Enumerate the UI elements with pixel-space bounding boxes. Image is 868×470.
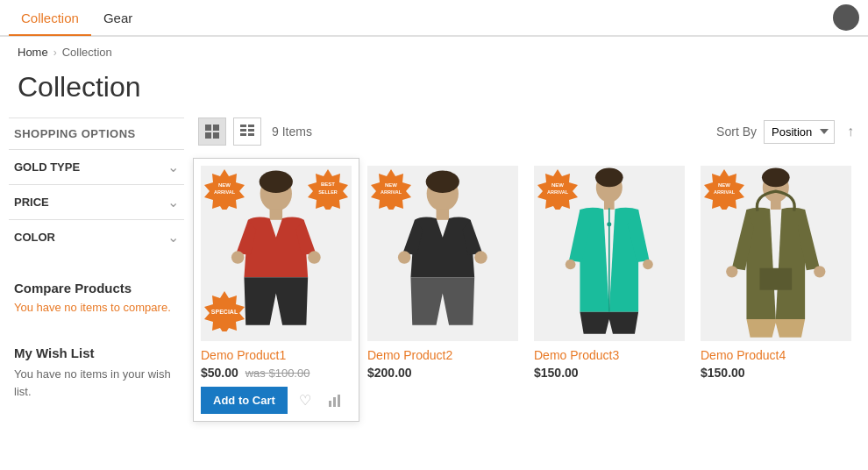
filter-price-chevron: ⌄	[167, 194, 179, 210]
svg-rect-5	[248, 125, 254, 127]
badge-new-arrival-1: NEW ARRIVAL	[204, 169, 245, 212]
list-view-button[interactable]	[233, 118, 261, 146]
svg-rect-8	[240, 133, 246, 136]
svg-rect-9	[248, 133, 254, 136]
sort-select[interactable]: Position Name Price	[764, 120, 835, 144]
product-name-1: Demo Product1	[201, 348, 352, 362]
product-card-2[interactable]: NEW ARRIVAL	[359, 158, 526, 422]
breadcrumb-separator: ›	[53, 46, 57, 59]
items-count: 9 Items	[272, 125, 709, 139]
product-card-3[interactable]: NEW ARRIVAL	[526, 158, 693, 422]
product-card-4[interactable]: NEW ARRIVAL	[693, 158, 859, 422]
svg-text:ARRIVAL: ARRIVAL	[214, 189, 236, 195]
svg-point-50	[814, 266, 825, 277]
svg-rect-6	[240, 129, 246, 132]
shopping-options-title: Shopping Options	[9, 118, 184, 149]
svg-point-51	[762, 168, 790, 188]
svg-text:BEST: BEST	[321, 182, 335, 187]
svg-text:ARRIVAL: ARRIVAL	[547, 189, 569, 195]
filter-color[interactable]: COLOR ⌄	[9, 219, 184, 254]
wishlist-button-1[interactable]: ♡	[293, 388, 317, 413]
badge-new-arrival-2: NEW ARRIVAL	[371, 169, 411, 212]
main-content: 9 Items Sort By Position Name Price ↑ NE…	[193, 118, 859, 431]
product-image-wrap-2: NEW ARRIVAL	[367, 166, 518, 341]
product-grid: NEW ARRIVAL BEST SELLER	[193, 158, 859, 431]
svg-rect-7	[248, 129, 254, 132]
product-image-wrap-1: NEW ARRIVAL BEST SELLER	[201, 166, 352, 341]
product-card-1[interactable]: NEW ARRIVAL BEST SELLER	[193, 158, 359, 422]
compare-icon-1	[328, 394, 342, 408]
wishlist-empty-msg: You have no items in your wish list.	[14, 366, 179, 400]
svg-point-49	[726, 266, 737, 277]
breadcrumb-home[interactable]: Home	[18, 46, 48, 59]
product-price-1: $50.00 was $100.00	[201, 366, 352, 380]
product-name-3: Demo Product3	[534, 348, 685, 362]
svg-text:ARRIVAL: ARRIVAL	[381, 189, 402, 195]
svg-rect-25	[338, 395, 340, 407]
product-current-price-1: $50.00	[201, 366, 238, 380]
svg-point-42	[643, 260, 653, 270]
badge-new-arrival-4: NEW ARRIVAL	[704, 169, 744, 212]
sort-direction-icon[interactable]: ↑	[842, 123, 859, 140]
user-avatar[interactable]	[833, 4, 859, 31]
wishlist-title: My Wish List	[14, 345, 179, 360]
svg-point-18	[231, 251, 245, 264]
product-name-2: Demo Product2	[367, 348, 518, 362]
sidebar: Shopping Options GOLD TYPE ⌄ PRICE ⌄ COL…	[9, 118, 193, 431]
product-current-price-4: $150.00	[701, 366, 745, 380]
product-actions-1: Add to Cart ♡	[201, 387, 352, 414]
product-name-4: Demo Product4	[701, 348, 851, 362]
add-to-cart-button-1[interactable]: Add to Cart	[201, 387, 288, 414]
svg-point-32	[474, 251, 487, 264]
badge-new-arrival-3: NEW ARRIVAL	[537, 169, 578, 212]
svg-text:NEW: NEW	[218, 182, 231, 188]
svg-rect-48	[771, 201, 781, 210]
svg-text:NEW: NEW	[551, 182, 564, 188]
compare-button-1[interactable]	[323, 388, 347, 413]
sort-label: Sort By	[716, 125, 757, 139]
svg-rect-30	[437, 209, 450, 220]
badge-special-1: SPECIAL	[204, 291, 245, 334]
svg-point-43	[595, 168, 623, 188]
svg-point-20	[260, 170, 293, 192]
svg-point-33	[426, 170, 459, 192]
top-navigation: Collection Gear	[0, 0, 868, 37]
filter-price-label: PRICE	[14, 196, 49, 209]
svg-point-19	[308, 251, 321, 264]
svg-text:NEW: NEW	[385, 182, 397, 188]
product-current-price-2: $200.00	[367, 366, 412, 380]
svg-point-41	[566, 260, 576, 270]
svg-text:SPECIAL: SPECIAL	[211, 309, 238, 315]
svg-rect-23	[329, 401, 331, 407]
compare-empty-msg: You have no items to compare.	[14, 301, 179, 314]
product-price-2: $200.00	[367, 366, 518, 380]
svg-text:ARRIVAL: ARRIVAL	[714, 189, 736, 195]
filter-color-label: COLOR	[14, 231, 55, 244]
nav-gear[interactable]: Gear	[91, 2, 145, 34]
product-image-wrap-3: NEW ARRIVAL	[534, 166, 685, 341]
filter-color-chevron: ⌄	[167, 229, 179, 246]
svg-rect-24	[333, 397, 336, 407]
filter-gold-type-chevron: ⌄	[167, 159, 179, 175]
filter-gold-type[interactable]: GOLD TYPE ⌄	[9, 149, 184, 184]
svg-rect-17	[270, 209, 283, 220]
compare-products-title: Compare Products	[14, 281, 179, 296]
svg-rect-3	[213, 132, 219, 139]
page-title: Collection	[0, 68, 868, 118]
grid-view-button[interactable]	[198, 118, 226, 146]
svg-rect-2	[205, 132, 211, 139]
product-price-3: $150.00	[534, 366, 685, 380]
breadcrumb: Home › Collection	[0, 37, 868, 68]
svg-text:NEW: NEW	[718, 182, 730, 188]
grid-icon	[205, 125, 219, 139]
list-icon	[240, 125, 254, 139]
product-current-price-3: $150.00	[534, 366, 579, 380]
nav-collection[interactable]: Collection	[9, 2, 91, 36]
svg-point-31	[398, 251, 411, 264]
svg-rect-4	[240, 125, 246, 127]
svg-text:SELLER: SELLER	[318, 189, 338, 195]
svg-rect-1	[213, 125, 219, 131]
filter-price[interactable]: PRICE ⌄	[9, 184, 184, 219]
toolbar: 9 Items Sort By Position Name Price ↑	[193, 118, 859, 158]
breadcrumb-current: Collection	[62, 46, 112, 59]
